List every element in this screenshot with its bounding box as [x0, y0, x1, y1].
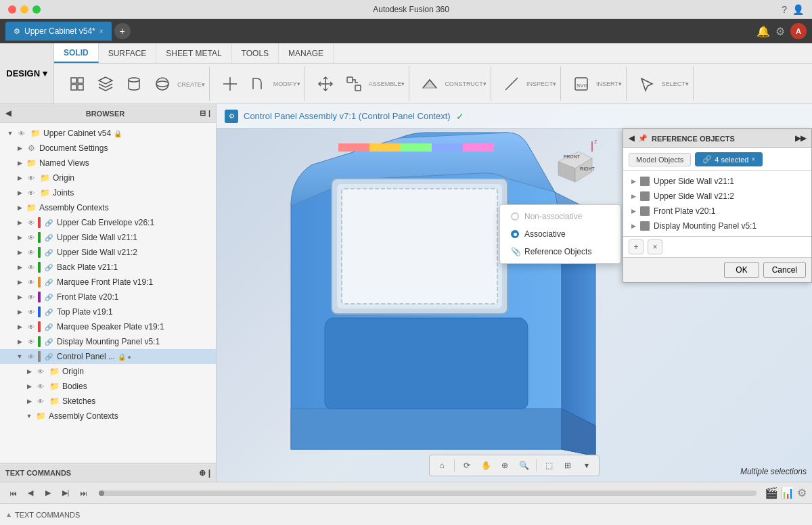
window-controls[interactable] — [8, 5, 41, 14]
tree-arrow-bodies[interactable]: ▶ — [24, 382, 34, 391]
tab-tools[interactable]: TOOLS — [232, 43, 279, 63]
ref-panel-expand-icon[interactable]: ◀ — [629, 134, 634, 143]
commands-expand-icon[interactable]: ▲ — [5, 511, 12, 518]
ref-add-btn[interactable]: + — [629, 239, 644, 254]
tree-item-upper-cab-envelope[interactable]: ▶ 👁 🔗 Upper Cab Envelope v26:1 — [0, 215, 216, 230]
tree-arrow-upper-side-wall-1[interactable]: ▶ — [15, 233, 24, 242]
inspect-measure-btn[interactable] — [498, 69, 525, 99]
tree-item-display-mounting[interactable]: ▶ 👁 🔗 Display Mounting Panel v5:1 — [0, 334, 216, 349]
ref-list-item-0[interactable]: ▶ Upper Side Wall v21:1 — [623, 174, 811, 189]
assemble-move-btn[interactable] — [312, 69, 339, 99]
tree-item-upper-side-wall-1[interactable]: ▶ 👁 🔗 Upper Side Wall v21:1 — [0, 230, 216, 245]
tree-arrow-origin-nested[interactable]: ▶ — [24, 367, 34, 376]
ref-list-item-3[interactable]: ▶ Display Mounting Panel v5:1 — [623, 219, 811, 233]
viewport-display-mode-btn[interactable]: ⬚ — [541, 457, 557, 474]
help-icon[interactable]: ? — [782, 4, 787, 15]
comments-add-btn[interactable]: ⊕ — [199, 468, 206, 478]
eye-icon-upper-side-wall-2[interactable]: 👁 — [26, 247, 37, 258]
tree-item-control-panel[interactable]: ▼ 👁 🔗 Control Panel ... 🔒 ● — [0, 349, 216, 364]
tab-surface[interactable]: SURFACE — [99, 43, 157, 63]
viewport-zoom-fit-btn[interactable]: ⊕ — [497, 457, 513, 474]
create-new-component-btn[interactable] — [64, 69, 91, 99]
tree-item-upper-cabinet[interactable]: ▼ 👁 📁 Upper Cabinet v54 🔒 — [0, 126, 216, 141]
eye-icon-upper-side-wall-1[interactable]: 👁 — [26, 232, 37, 243]
dropdown-associative[interactable]: Associative — [500, 225, 621, 243]
tree-arrow-upper-cabinet[interactable]: ▼ — [5, 129, 15, 138]
tab-upper-cabinet[interactable]: ⚙ Upper Cabinet v54* × — [5, 22, 112, 41]
viewport-home-btn[interactable]: ⌂ — [434, 457, 450, 474]
tree-arrow-assembly-contexts-nested[interactable]: ▼ — [24, 411, 34, 421]
tab-close-button[interactable]: × — [99, 28, 104, 35]
tree-item-origin-nested[interactable]: ▶ 👁 📁 Origin — [0, 364, 216, 379]
viewport-more-btn[interactable]: ▾ — [579, 457, 595, 474]
timeline-icon[interactable]: 📊 — [781, 486, 794, 499]
tree-item-assembly-contexts-nested[interactable]: ▼ 📁 Assembly Contexts — [0, 409, 216, 424]
tree-arrow-joints[interactable]: ▶ — [15, 188, 24, 198]
tree-item-marquee-speaker[interactable]: ▶ 👁 🔗 Marquee Speaker Plate v19:1 — [0, 319, 216, 334]
viewport-zoom-btn[interactable]: 🔍 — [516, 457, 532, 474]
eye-icon-sketches[interactable]: 👁 — [35, 396, 46, 407]
tab-selected[interactable]: 🔗 4 selected × — [695, 152, 763, 166]
timeline-end-btn[interactable]: ⏭ — [76, 486, 91, 501]
tree-arrow-upper-cab-envelope[interactable]: ▶ — [15, 218, 24, 227]
tree-arrow-doc-settings[interactable]: ▶ — [15, 143, 24, 153]
modify-fillet-btn[interactable] — [245, 69, 272, 99]
insert-svg-btn[interactable]: SVG — [568, 69, 595, 99]
tree-item-named-views[interactable]: ▶ 📁 Named Views — [0, 156, 216, 170]
eye-icon-joints[interactable]: 👁 — [26, 187, 37, 198]
timeline-rewind-btn[interactable]: ⏮ — [5, 486, 20, 501]
eye-icon-top-plate[interactable]: 👁 — [26, 306, 37, 317]
tree-item-bodies[interactable]: ▶ 👁 📁 Bodies — [0, 379, 216, 394]
tree-item-joints[interactable]: ▶ 👁 📁 Joints — [0, 185, 216, 200]
user-avatar[interactable]: A — [790, 23, 807, 39]
view-cube[interactable]: FRONT RIGHT Z — [548, 138, 602, 192]
selected-tab-close[interactable]: × — [751, 156, 755, 163]
tree-item-front-plate[interactable]: ▶ 👁 🔗 Front Plate v20:1 — [0, 290, 216, 304]
select-btn[interactable] — [633, 69, 660, 99]
ref-list-item-1[interactable]: ▶ Upper Side Wall v21:2 — [623, 189, 811, 204]
tree-arrow-top-plate[interactable]: ▶ — [15, 307, 24, 317]
ref-remove-btn[interactable]: × — [648, 239, 662, 254]
eye-icon-marquee-front-plate[interactable]: 👁 — [26, 277, 37, 288]
timeline-thumb[interactable] — [99, 490, 104, 496]
create-cylinder-btn[interactable] — [120, 69, 148, 99]
tab-sheet-metal[interactable]: SHEET METAL — [156, 43, 231, 63]
timeline-settings-btn[interactable]: ⚙ — [797, 486, 807, 499]
construct-plane-btn[interactable] — [416, 69, 443, 99]
tree-arrow-back-plate[interactable]: ▶ — [15, 262, 24, 272]
tab-solid[interactable]: SOLID — [54, 43, 99, 63]
dropdown-reference-objects[interactable]: 📎 Reference Objects — [500, 243, 621, 260]
eye-icon-front-plate[interactable]: 👁 — [26, 292, 37, 302]
ref-panel-pin-icon[interactable]: 📌 — [638, 134, 648, 143]
tree-arrow-marquee-front-plate[interactable]: ▶ — [15, 277, 24, 287]
eye-icon-control-panel[interactable]: 👁 — [26, 351, 37, 362]
tree-item-origin[interactable]: ▶ 👁 📁 Origin — [0, 170, 216, 185]
tree-arrow-sketches[interactable]: ▶ — [24, 396, 34, 406]
tree-arrow-front-plate[interactable]: ▶ — [15, 292, 24, 302]
browser-collapse-btn[interactable]: ⊟ — [200, 109, 206, 118]
tree-item-doc-settings[interactable]: ▶ ⚙ Document Settings — [0, 141, 216, 156]
gear-icon-timeline[interactable]: ⚙ — [797, 487, 807, 499]
tab-model-objects[interactable]: Model Objects — [629, 153, 691, 166]
tree-item-back-plate[interactable]: ▶ 👁 🔗 Back Plate v21:1 — [0, 260, 216, 275]
eye-icon-back-plate[interactable]: 👁 — [26, 262, 37, 273]
eye-icon-origin[interactable]: 👁 — [26, 173, 37, 183]
tab-manage[interactable]: MANAGE — [279, 43, 334, 63]
timeline-prev-btn[interactable]: ◀ — [23, 486, 38, 501]
modify-press-pull-btn[interactable] — [217, 69, 244, 99]
viewport-3d[interactable]: FRONT RIGHT Z Non-associative Asso — [217, 104, 812, 482]
tree-arrow-upper-side-wall-2[interactable]: ▶ — [15, 248, 24, 257]
camera-icon[interactable]: 🎬 — [765, 486, 778, 499]
tree-arrow-control-panel[interactable]: ▼ — [15, 352, 24, 361]
ref-list-item-2[interactable]: ▶ Front Plate v20:1 — [623, 204, 811, 219]
timeline-next-btn[interactable]: ▶| — [58, 486, 73, 501]
minimize-button[interactable] — [20, 5, 28, 14]
timeline-track[interactable] — [99, 490, 757, 496]
tree-arrow-named-views[interactable]: ▶ — [15, 158, 24, 168]
browser-expand-btn[interactable]: | — [208, 109, 210, 118]
tree-item-marquee-front-plate[interactable]: ▶ 👁 🔗 Marquee Front Plate v19:1 — [0, 275, 216, 290]
tree-item-top-plate[interactable]: ▶ 👁 🔗 Top Plate v19:1 — [0, 304, 216, 319]
ok-button[interactable]: OK — [724, 262, 759, 278]
eye-icon-bodies[interactable]: 👁 — [35, 381, 46, 392]
close-button[interactable] — [8, 5, 16, 14]
